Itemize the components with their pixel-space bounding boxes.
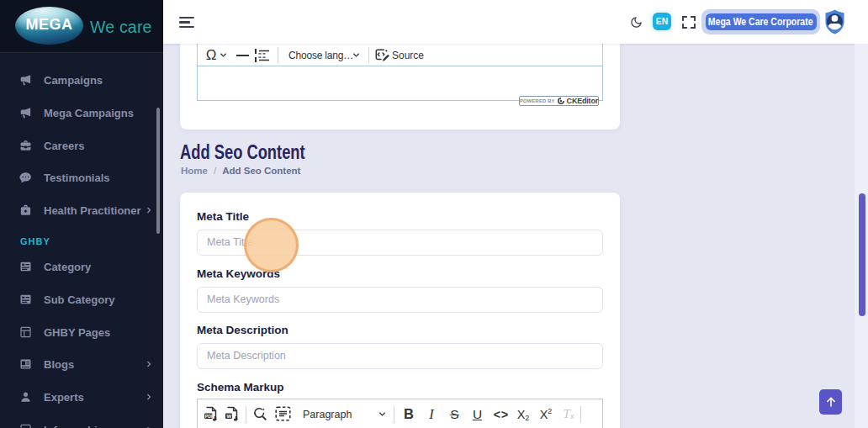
svg-text:PDF: PDF [205, 413, 214, 418]
svg-text:W: W [227, 413, 232, 418]
